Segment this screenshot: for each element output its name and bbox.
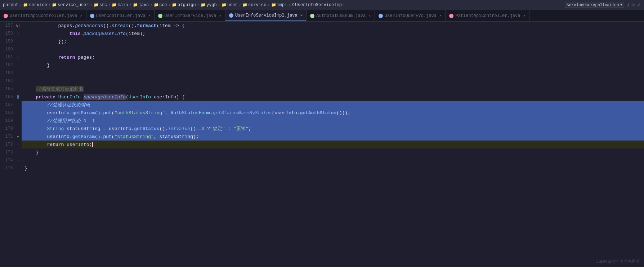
editor-area: 157 λ↑ 158 › 159 160 161 › 162 163 bbox=[0, 22, 644, 267]
fold-icon-172[interactable]: › bbox=[15, 142, 21, 147]
toolbar-right: ServiceUserApplication ▾ ↺ ⚙ ⤢ bbox=[565, 2, 641, 8]
fold-icon-174[interactable]: › bbox=[15, 158, 21, 163]
maximize-icon[interactable]: ⤢ bbox=[637, 2, 641, 8]
code-line-165: //编号变成对应值封装 bbox=[22, 85, 644, 93]
gutter-row-169: 169 bbox=[0, 117, 22, 125]
folder-icon-1: 📁 bbox=[23, 3, 28, 7]
breadcrumb-atguigu[interactable]: 📁 atguigu bbox=[172, 3, 196, 8]
tab-userinfoservice[interactable]: UserInfoService.java × bbox=[155, 10, 225, 21]
tab-authstatusenum[interactable]: AuthStatusEnum.java × bbox=[307, 10, 375, 21]
breadcrumb-java[interactable]: 📁 java bbox=[133, 3, 149, 8]
breadcrumb-sep-11: › bbox=[267, 3, 270, 8]
breadcrumb-sep-1: › bbox=[19, 3, 22, 8]
code-line-173: } bbox=[22, 148, 644, 156]
tab-icon-authstatusenum bbox=[310, 14, 314, 18]
tab-icon-patientapi bbox=[449, 14, 453, 18]
settings-icon[interactable]: ⚙ bbox=[632, 2, 635, 8]
breadcrumb-sep-8: › bbox=[197, 3, 200, 8]
folder-icon-8: 📁 bbox=[201, 3, 206, 7]
folder-icon-10: 📁 bbox=[242, 3, 247, 7]
lambda-icon-157: λ↑ bbox=[15, 23, 21, 28]
tab-userinfoserviceimpl[interactable]: UserInfoServiceImpl.java × bbox=[225, 10, 307, 21]
gutter-row-168: 168 bbox=[0, 109, 22, 117]
code-line-158: this.packageUserInfo(item); bbox=[22, 30, 644, 37]
code-line-161: return pages; bbox=[22, 53, 644, 61]
dot-icon-171: ● bbox=[15, 135, 21, 138]
breadcrumb-bar: parent › 📁 service › 📁 service_user › 📁 … bbox=[0, 0, 644, 10]
code-line-171: userInfo.getParam().put("statusString", … bbox=[22, 133, 644, 141]
code-line-166: private UserInfo packageUserInfo(UserInf… bbox=[22, 93, 644, 101]
folder-icon-5: 📁 bbox=[133, 3, 138, 7]
breadcrumb-service-user[interactable]: 📁 service_user bbox=[52, 3, 89, 8]
breadcrumb-class[interactable]: © UserInfoServiceImpl bbox=[292, 3, 344, 8]
folder-icon-6: 📁 bbox=[154, 3, 159, 7]
gutter-row-161: 161 › bbox=[0, 53, 22, 61]
code-editor[interactable]: pages.getRecords().stream().forEach(item… bbox=[22, 22, 644, 267]
breadcrumb-impl[interactable]: 📁 impl bbox=[271, 3, 287, 8]
breadcrumb-parent[interactable]: parent bbox=[3, 3, 18, 8]
watermark: CSDN @这个名字先用着 bbox=[596, 259, 640, 264]
code-line-159: }); bbox=[22, 37, 644, 45]
breadcrumb-service2[interactable]: 📁 service bbox=[242, 3, 266, 8]
gutter-row-162: 162 bbox=[0, 61, 22, 69]
at-icon-166: @ bbox=[15, 95, 21, 99]
code-line-169: //处理用户状态 0 1 bbox=[22, 117, 644, 125]
code-line-157: pages.getRecords().stream().forEach(item… bbox=[22, 22, 644, 30]
close-tab-authstatusenum[interactable]: × bbox=[368, 14, 371, 18]
class-icon: © bbox=[292, 3, 295, 7]
gutter-row-172: 172 › bbox=[0, 141, 22, 148]
breadcrumb-com[interactable]: 📁 com bbox=[154, 3, 167, 8]
breadcrumb-src[interactable]: 📁 src bbox=[94, 3, 107, 8]
tab-usercontroller[interactable]: UserController.java × bbox=[86, 10, 155, 21]
breadcrumb-sep-4: › bbox=[108, 3, 111, 8]
close-tab-userinfoqueryvo[interactable]: × bbox=[439, 14, 442, 18]
tab-icon-userinfoqueryvo bbox=[379, 14, 383, 18]
breadcrumb-sep-3: › bbox=[90, 3, 92, 8]
breadcrumb-sep-5: › bbox=[129, 3, 131, 8]
breadcrumb-main[interactable]: 📁 main bbox=[112, 3, 128, 8]
code-line-172: return userInfo; bbox=[22, 141, 644, 148]
fold-icon-158[interactable]: › bbox=[15, 31, 21, 36]
folder-icon-9: 📁 bbox=[222, 3, 227, 7]
gutter-row-165: 165 bbox=[0, 85, 22, 93]
breadcrumb-yygh[interactable]: 📁 yygh bbox=[201, 3, 217, 8]
gutter-row-158: 158 › bbox=[0, 30, 22, 37]
gutter-row-164: 164 bbox=[0, 77, 22, 85]
line-gutter: 157 λ↑ 158 › 159 160 161 › 162 163 bbox=[0, 22, 22, 267]
gutter-row-160: 160 bbox=[0, 45, 22, 53]
folder-icon-11: 📁 bbox=[271, 3, 276, 7]
breadcrumb-sep-6: › bbox=[150, 3, 152, 8]
gutter-row-163: 163 bbox=[0, 69, 22, 77]
fold-icon-161[interactable]: › bbox=[15, 55, 21, 59]
code-line-160 bbox=[22, 45, 644, 53]
code-line-170: String statusString = userInfo.getStatus… bbox=[22, 125, 644, 133]
tab-userinfoapi[interactable]: UserInfoApiController.java × bbox=[0, 10, 86, 21]
code-line-175: } bbox=[22, 164, 644, 172]
breadcrumb-user[interactable]: 📁 user bbox=[222, 3, 238, 8]
tab-userinfoqueryvo[interactable]: UserInfoQueryVo.java × bbox=[375, 10, 446, 21]
breadcrumb-sep-12: › bbox=[288, 3, 291, 8]
folder-icon-2: 📁 bbox=[52, 3, 57, 7]
tab-patientapi[interactable]: PatientApiController.java × bbox=[446, 10, 529, 21]
code-line-167: //处理认证状态编码 bbox=[22, 101, 644, 109]
gutter-row-159: 159 bbox=[0, 37, 22, 45]
folder-icon-3: 📁 bbox=[94, 3, 99, 7]
close-tab-userinfoserviceimpl[interactable]: × bbox=[300, 13, 303, 18]
breadcrumb-service[interactable]: 📁 service bbox=[23, 3, 47, 8]
gutter-row-166: 166 @ bbox=[0, 93, 22, 101]
folder-icon-7: 📁 bbox=[172, 3, 177, 7]
app-dropdown[interactable]: ServiceUserApplication ▾ bbox=[565, 2, 624, 8]
close-tab-usercontroller[interactable]: × bbox=[148, 14, 151, 18]
tab-icon-usercontroller bbox=[90, 14, 94, 18]
tab-icon-userinfoservice bbox=[158, 14, 162, 18]
tab-icon-userinfoapi bbox=[4, 14, 8, 18]
gutter-row-171: 171 ● bbox=[0, 133, 22, 141]
breadcrumb-sep-10: › bbox=[239, 3, 241, 8]
breadcrumb-sep-2: › bbox=[48, 3, 51, 8]
close-tab-userinfoservice[interactable]: × bbox=[219, 14, 222, 18]
close-tab-userinfoapi[interactable]: × bbox=[80, 14, 82, 18]
refresh-icon[interactable]: ↺ bbox=[626, 2, 629, 8]
breadcrumb-sep-9: › bbox=[218, 3, 220, 8]
gutter-row-170: 170 bbox=[0, 125, 22, 133]
close-tab-patientapi[interactable]: × bbox=[523, 14, 526, 18]
